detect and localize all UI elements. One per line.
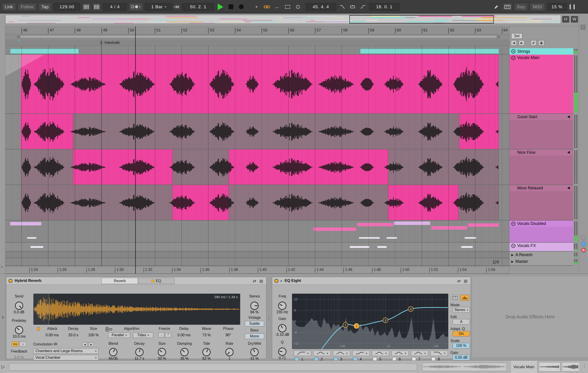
time-signature-field[interactable]: 4 / 4 — [103, 3, 127, 11]
band-7-filter-type[interactable] — [411, 351, 428, 356]
panel-grip-icon[interactable] — [581, 25, 586, 30]
loop-brace[interactable]: ◁ ▷ — [20, 35, 497, 38]
locator-row[interactable]: ▾ ▷ Interlude — [5, 40, 509, 46]
ir-category-select[interactable]: Chambers and Large Rooms — [33, 348, 99, 354]
ir-attack-marker[interactable] — [49, 294, 49, 324]
back-to-arrangement-button[interactable]: ← — [273, 3, 281, 11]
status-play-icon[interactable]: ▷ — [1, 364, 5, 369]
punch-out-button[interactable] — [359, 3, 367, 11]
loop-end-handle[interactable]: ▷ — [498, 35, 501, 39]
track-header-vocals-fx[interactable]: Vocals FX — [509, 243, 574, 249]
arrangement-overview[interactable] — [5, 15, 561, 24]
next-locator-button[interactable]: ▶ — [519, 40, 525, 46]
sidebar-track-more-relaxed[interactable]: More Relaxed — [509, 185, 574, 221]
midi-clip[interactable] — [357, 223, 393, 226]
unfold-track-icon[interactable] — [511, 56, 515, 60]
overview-view-rect[interactable] — [349, 15, 494, 23]
gain-knob[interactable] — [278, 324, 286, 332]
playhead[interactable] — [135, 26, 136, 274]
tempo-field[interactable]: 129.00 — [53, 3, 80, 11]
clip-thumbnail[interactable] — [562, 362, 580, 371]
blend-knob[interactable] — [109, 348, 117, 356]
fx-clip[interactable] — [377, 246, 387, 248]
device-activator-led[interactable] — [274, 279, 278, 283]
selection-box-button[interactable] — [284, 3, 292, 11]
locator-interlude[interactable]: ▷ Interlude — [100, 40, 120, 45]
fx-clip[interactable] — [350, 246, 369, 248]
unfold-track-icon[interactable] — [511, 49, 515, 53]
tab-eq[interactable]: EQ — [138, 278, 175, 284]
midi-clip[interactable] — [313, 227, 356, 231]
quantize-menu[interactable]: 1 Bar — [145, 3, 173, 11]
track-header-good-start[interactable]: Good Start — [509, 114, 574, 120]
device-activator-led[interactable] — [9, 279, 12, 283]
phase-nudge-down-button[interactable] — [82, 3, 91, 11]
optimize-height-button[interactable]: H — [562, 16, 569, 22]
clip-fade-handle[interactable] — [5, 55, 44, 76]
device-fold-icon[interactable]: ▸ — [281, 279, 282, 282]
track-header-master[interactable]: ▶Master — [509, 258, 574, 265]
save-preset-icon[interactable]: ▤ — [464, 279, 467, 283]
midi-clip[interactable] — [27, 237, 36, 239]
q-knob[interactable] — [278, 348, 286, 356]
rate-knob[interactable] — [225, 348, 234, 356]
loop-start-handle[interactable]: ◁ — [17, 35, 19, 39]
selected-clip-name[interactable]: Vocals Main — [510, 361, 537, 373]
band-6-filter-type[interactable] — [391, 351, 409, 356]
unfold-track-icon[interactable] — [511, 244, 515, 248]
freq-knob[interactable] — [278, 302, 286, 310]
link-button[interactable]: Link — [2, 3, 16, 11]
fx-clip[interactable] — [461, 246, 473, 248]
track-header-a-reverb[interactable]: ▶A Reverb — [509, 252, 574, 258]
computer-midi-keyboard-button[interactable] — [503, 3, 512, 11]
sidebar-track-nice-flow[interactable]: Nice Flow — [509, 150, 574, 185]
follow-button[interactable]: Follow — [18, 3, 37, 11]
spectrum-view-button[interactable] — [461, 295, 469, 301]
ir-file-select[interactable]: Vocal Chamber — [33, 355, 99, 360]
sidebar-track-vocals-fx[interactable]: Vocals FX — [509, 243, 574, 252]
sidebar-track-vocals-doubled[interactable]: Vocals Doubled — [509, 221, 574, 243]
sidebar-track-a-reverb[interactable]: ▶A Reverb — [509, 252, 574, 258]
midi-clip[interactable] — [468, 223, 499, 227]
bass-select[interactable]: Mono — [245, 333, 264, 339]
phase-nudge-up-button[interactable] — [93, 3, 101, 11]
midi-clip[interactable] — [359, 237, 380, 239]
eq-display[interactable]: 1260-6-121001k10k1234 — [292, 293, 448, 349]
predelay-unit-sync-button[interactable]: ♪ — [20, 342, 26, 347]
speaker-icon[interactable] — [567, 115, 571, 120]
unfold-track-icon[interactable] — [511, 222, 515, 226]
loop-length-field[interactable]: 18. 0. 1 — [369, 3, 399, 11]
routing-select[interactable]: Parallel — [108, 332, 130, 338]
band-1-filter-type[interactable] — [294, 351, 311, 356]
device-divider[interactable]: ⋮ — [267, 277, 271, 359]
track-header-strings[interactable]: Strings — [509, 48, 574, 55]
stop-button[interactable] — [227, 3, 235, 11]
mode-select[interactable]: Stereo — [453, 307, 470, 313]
attack-color-chip[interactable] — [37, 327, 40, 330]
play-button[interactable] — [216, 3, 225, 11]
sidebar-track-good-start[interactable]: Good Start — [509, 114, 574, 150]
arrangement-tracks[interactable]: 1/4 — [5, 46, 509, 266]
vintage-select[interactable]: Subtle — [245, 321, 264, 326]
resize-grip[interactable]: ⋮⋮ — [582, 363, 588, 369]
sidebar-track-master[interactable]: ▶Master — [509, 258, 574, 266]
speaker-icon[interactable] — [567, 186, 571, 191]
save-preset-icon[interactable]: ▤ — [259, 279, 263, 283]
clip-strings[interactable] — [360, 49, 499, 54]
track-header-vocals-doubled[interactable]: Vocals Doubled — [509, 221, 574, 227]
bar-ruler[interactable]: 46474849505152535455565758596061626364 — [5, 26, 509, 34]
hot-swap-icon[interactable]: ⇄ — [457, 279, 461, 283]
loop-button[interactable] — [348, 3, 357, 11]
fx-clip[interactable] — [31, 246, 43, 248]
band-2-filter-type[interactable] — [313, 351, 331, 356]
follow-playhead-icon[interactable] — [172, 3, 180, 11]
band-4-filter-type[interactable] — [352, 351, 370, 356]
arrangement-position-field[interactable]: 50. 2. 1 — [182, 3, 214, 11]
band-8-filter-type[interactable] — [430, 351, 448, 356]
band-5-filter-type[interactable] — [372, 351, 389, 356]
draw-automation-button[interactable] — [492, 3, 501, 11]
metronome-button[interactable]: ▾ — [129, 3, 143, 11]
tide-knob[interactable] — [202, 348, 211, 356]
speaker-icon[interactable] — [567, 151, 571, 155]
band-3-filter-type[interactable] — [333, 351, 350, 356]
